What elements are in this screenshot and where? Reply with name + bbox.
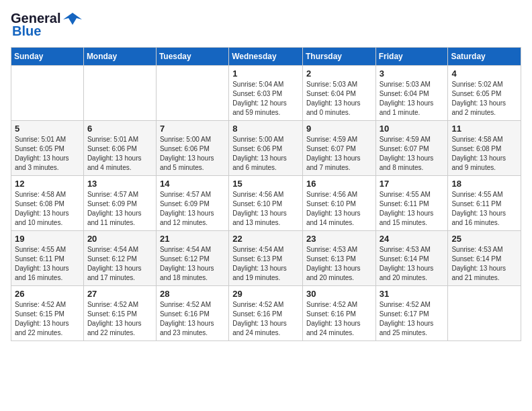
day-number: 14 [160, 179, 225, 189]
calendar-day-cell: 13Sunrise: 4:57 AM Sunset: 6:09 PM Dayli… [83, 176, 156, 231]
calendar-day-cell: 6Sunrise: 5:01 AM Sunset: 6:06 PM Daylig… [83, 121, 156, 176]
day-number: 12 [15, 179, 80, 189]
day-info: Sunrise: 4:57 AM Sunset: 6:09 PM Dayligh… [160, 190, 225, 228]
day-number: 4 [451, 68, 517, 79]
day-number: 29 [232, 289, 299, 299]
calendar-week-row: 1Sunrise: 5:04 AM Sunset: 6:03 PM Daylig… [11, 66, 521, 121]
logo: General Blue [11, 11, 82, 39]
day-number: 17 [380, 179, 445, 189]
day-number: 18 [451, 179, 517, 189]
logo-blue-text: Blue [11, 24, 41, 39]
day-number: 23 [306, 234, 372, 244]
day-number: 16 [306, 179, 372, 189]
day-info: Sunrise: 4:59 AM Sunset: 6:07 PM Dayligh… [380, 135, 445, 173]
day-number: 5 [15, 124, 80, 134]
day-info: Sunrise: 4:54 AM Sunset: 6:13 PM Dayligh… [232, 245, 299, 283]
calendar-week-row: 12Sunrise: 4:58 AM Sunset: 6:08 PM Dayli… [11, 176, 521, 231]
calendar-day-cell [448, 286, 521, 341]
day-info: Sunrise: 4:52 AM Sunset: 6:15 PM Dayligh… [87, 300, 152, 338]
day-info: Sunrise: 5:00 AM Sunset: 6:06 PM Dayligh… [232, 135, 299, 173]
calendar-table: SundayMondayTuesdayWednesdayThursdayFrid… [11, 47, 521, 341]
day-number: 31 [380, 289, 445, 299]
day-number: 26 [15, 289, 80, 299]
day-info: Sunrise: 4:53 AM Sunset: 6:13 PM Dayligh… [306, 245, 372, 283]
calendar-day-cell: 30Sunrise: 4:52 AM Sunset: 6:16 PM Dayli… [302, 286, 375, 341]
day-number: 30 [306, 289, 372, 299]
day-number: 6 [87, 124, 152, 134]
calendar-day-cell: 14Sunrise: 4:57 AM Sunset: 6:09 PM Dayli… [156, 176, 228, 231]
calendar-day-cell: 11Sunrise: 4:58 AM Sunset: 6:08 PM Dayli… [448, 121, 521, 176]
day-info: Sunrise: 5:00 AM Sunset: 6:06 PM Dayligh… [160, 135, 225, 173]
day-number: 8 [232, 124, 299, 134]
day-number: 2 [306, 68, 372, 79]
day-info: Sunrise: 5:03 AM Sunset: 6:04 PM Dayligh… [380, 80, 445, 118]
calendar-day-cell: 2Sunrise: 5:03 AM Sunset: 6:04 PM Daylig… [302, 66, 375, 121]
calendar-day-cell [11, 66, 84, 121]
calendar-week-row: 5Sunrise: 5:01 AM Sunset: 6:05 PM Daylig… [11, 121, 521, 176]
day-info: Sunrise: 4:54 AM Sunset: 6:12 PM Dayligh… [87, 245, 152, 283]
calendar-day-cell: 18Sunrise: 4:55 AM Sunset: 6:11 PM Dayli… [448, 176, 521, 231]
calendar-day-cell: 16Sunrise: 4:56 AM Sunset: 6:10 PM Dayli… [302, 176, 375, 231]
calendar-day-cell: 17Sunrise: 4:55 AM Sunset: 6:11 PM Dayli… [375, 176, 448, 231]
day-of-week-header: Saturday [448, 48, 521, 66]
day-info: Sunrise: 4:56 AM Sunset: 6:10 PM Dayligh… [232, 190, 299, 228]
day-info: Sunrise: 4:59 AM Sunset: 6:07 PM Dayligh… [306, 135, 372, 173]
day-info: Sunrise: 5:04 AM Sunset: 6:03 PM Dayligh… [232, 80, 299, 118]
calendar-day-cell: 4Sunrise: 5:02 AM Sunset: 6:05 PM Daylig… [448, 66, 521, 121]
day-info: Sunrise: 4:55 AM Sunset: 6:11 PM Dayligh… [380, 190, 445, 228]
day-number: 1 [232, 68, 299, 79]
day-number: 25 [451, 234, 517, 244]
calendar-day-cell: 23Sunrise: 4:53 AM Sunset: 6:13 PM Dayli… [302, 231, 375, 286]
day-number: 19 [15, 234, 80, 244]
calendar-day-cell: 10Sunrise: 4:59 AM Sunset: 6:07 PM Dayli… [375, 121, 448, 176]
calendar-header-row: SundayMondayTuesdayWednesdayThursdayFrid… [11, 48, 521, 66]
calendar-week-row: 19Sunrise: 4:55 AM Sunset: 6:11 PM Dayli… [11, 231, 521, 286]
calendar-day-cell: 20Sunrise: 4:54 AM Sunset: 6:12 PM Dayli… [83, 231, 156, 286]
calendar-day-cell: 25Sunrise: 4:53 AM Sunset: 6:14 PM Dayli… [448, 231, 521, 286]
day-info: Sunrise: 5:01 AM Sunset: 6:06 PM Dayligh… [87, 135, 152, 173]
day-of-week-header: Sunday [11, 48, 84, 66]
day-info: Sunrise: 5:01 AM Sunset: 6:05 PM Dayligh… [15, 135, 80, 173]
day-of-week-header: Thursday [302, 48, 375, 66]
calendar-day-cell: 28Sunrise: 4:52 AM Sunset: 6:16 PM Dayli… [156, 286, 228, 341]
calendar-day-cell: 22Sunrise: 4:54 AM Sunset: 6:13 PM Dayli… [229, 231, 303, 286]
day-of-week-header: Friday [375, 48, 448, 66]
day-info: Sunrise: 5:02 AM Sunset: 6:05 PM Dayligh… [451, 80, 517, 118]
day-info: Sunrise: 4:54 AM Sunset: 6:12 PM Dayligh… [160, 245, 225, 283]
day-info: Sunrise: 4:55 AM Sunset: 6:11 PM Dayligh… [15, 245, 80, 283]
calendar-day-cell: 27Sunrise: 4:52 AM Sunset: 6:15 PM Dayli… [83, 286, 156, 341]
day-of-week-header: Wednesday [229, 48, 303, 66]
day-info: Sunrise: 4:58 AM Sunset: 6:08 PM Dayligh… [15, 190, 80, 228]
day-info: Sunrise: 5:03 AM Sunset: 6:04 PM Dayligh… [306, 80, 372, 118]
day-info: Sunrise: 4:52 AM Sunset: 6:15 PM Dayligh… [15, 300, 80, 338]
calendar-day-cell: 19Sunrise: 4:55 AM Sunset: 6:11 PM Dayli… [11, 231, 84, 286]
day-info: Sunrise: 4:52 AM Sunset: 6:16 PM Dayligh… [306, 300, 372, 338]
calendar-day-cell: 5Sunrise: 5:01 AM Sunset: 6:05 PM Daylig… [11, 121, 84, 176]
day-number: 28 [160, 289, 225, 299]
calendar-day-cell [156, 66, 228, 121]
calendar-day-cell: 29Sunrise: 4:52 AM Sunset: 6:16 PM Dayli… [229, 286, 303, 341]
day-number: 3 [380, 68, 445, 79]
day-of-week-header: Monday [83, 48, 156, 66]
calendar-day-cell: 9Sunrise: 4:59 AM Sunset: 6:07 PM Daylig… [302, 121, 375, 176]
day-number: 27 [87, 289, 152, 299]
calendar-day-cell: 12Sunrise: 4:58 AM Sunset: 6:08 PM Dayli… [11, 176, 84, 231]
calendar-day-cell: 7Sunrise: 5:00 AM Sunset: 6:06 PM Daylig… [156, 121, 228, 176]
day-info: Sunrise: 4:58 AM Sunset: 6:08 PM Dayligh… [451, 135, 517, 173]
calendar-day-cell: 24Sunrise: 4:53 AM Sunset: 6:14 PM Dayli… [375, 231, 448, 286]
day-info: Sunrise: 4:52 AM Sunset: 6:16 PM Dayligh… [160, 300, 225, 338]
day-number: 7 [160, 124, 225, 134]
day-info: Sunrise: 4:55 AM Sunset: 6:11 PM Dayligh… [451, 190, 517, 228]
day-number: 20 [87, 234, 152, 244]
day-number: 22 [232, 234, 299, 244]
day-info: Sunrise: 4:52 AM Sunset: 6:17 PM Dayligh… [380, 300, 445, 338]
calendar-day-cell: 3Sunrise: 5:03 AM Sunset: 6:04 PM Daylig… [375, 66, 448, 121]
calendar-day-cell: 31Sunrise: 4:52 AM Sunset: 6:17 PM Dayli… [375, 286, 448, 341]
day-number: 21 [160, 234, 225, 244]
day-info: Sunrise: 4:52 AM Sunset: 6:16 PM Dayligh… [232, 300, 299, 338]
day-info: Sunrise: 4:53 AM Sunset: 6:14 PM Dayligh… [451, 245, 517, 283]
calendar-day-cell: 1Sunrise: 5:04 AM Sunset: 6:03 PM Daylig… [229, 66, 303, 121]
calendar-day-cell: 21Sunrise: 4:54 AM Sunset: 6:12 PM Dayli… [156, 231, 228, 286]
day-number: 11 [451, 124, 517, 134]
calendar-day-cell [83, 66, 156, 121]
